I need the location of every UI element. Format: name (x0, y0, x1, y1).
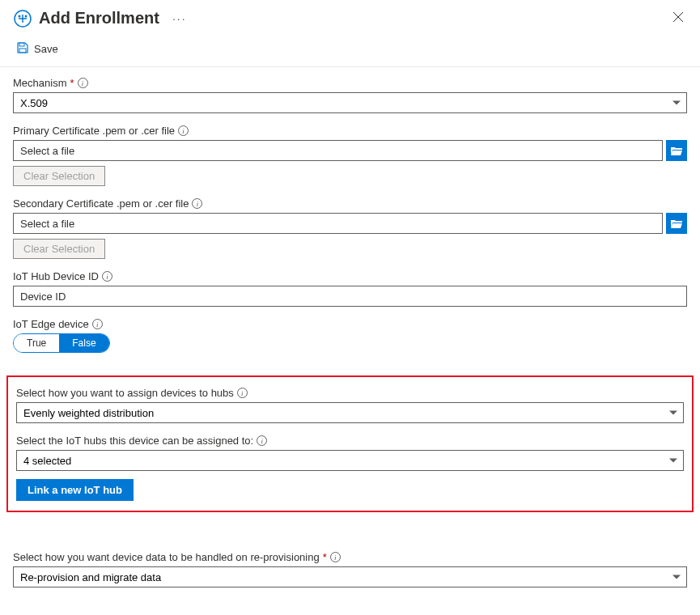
edge-device-field: IoT Edge device True False (13, 318, 687, 353)
secondary-certificate-field: Secondary Certificate .pem or .cer file … (13, 197, 687, 259)
browse-file-button[interactable] (666, 140, 687, 161)
page-title: Add Enrollment (39, 9, 159, 28)
primary-certificate-field: Primary Certificate .pem or .cer file Cl… (13, 125, 687, 186)
required-indicator: * (70, 77, 74, 89)
clear-primary-button[interactable]: Clear Selection (13, 166, 105, 186)
clear-secondary-button[interactable]: Clear Selection (13, 239, 105, 259)
reprovision-label: Select how you want device data to be ha… (13, 551, 320, 563)
mechanism-field: Mechanism * X.509 (13, 77, 687, 113)
info-icon[interactable] (102, 271, 112, 282)
required-indicator: * (323, 551, 327, 563)
secondary-certificate-label: Secondary Certificate .pem or .cer file (13, 197, 189, 210)
form-content: Mechanism * X.509 Primary Certificate .p… (0, 67, 700, 615)
assign-policy-field: Select how you want to assign devices to… (16, 387, 684, 423)
toolbar: Save (0, 35, 700, 67)
device-id-field: IoT Hub Device ID (13, 270, 687, 307)
hub-select[interactable]: 4 selected (16, 450, 684, 471)
hub-select-label: Select the IoT hubs this device can be a… (16, 435, 253, 447)
hub-select-field: Select the IoT hubs this device can be a… (16, 435, 684, 471)
secondary-certificate-input[interactable] (13, 213, 663, 234)
assign-policy-select[interactable]: Evenly weighted distribution (16, 402, 684, 423)
add-enrollment-icon (13, 9, 32, 28)
edge-device-false[interactable]: False (59, 334, 108, 352)
edge-device-toggle: True False (13, 333, 110, 353)
svg-rect-4 (19, 49, 26, 53)
close-button[interactable] (669, 8, 687, 28)
edge-device-label: IoT Edge device (13, 318, 89, 330)
info-icon[interactable] (92, 319, 103, 329)
svg-point-1 (19, 15, 21, 17)
primary-certificate-input[interactable] (13, 140, 663, 161)
device-id-label: IoT Hub Device ID (13, 270, 99, 282)
primary-certificate-label: Primary Certificate .pem or .cer file (13, 125, 175, 137)
mechanism-label: Mechanism (13, 77, 66, 89)
info-icon[interactable] (237, 388, 248, 398)
reprovision-field: Select how you want device data to be ha… (13, 551, 687, 587)
info-icon[interactable] (192, 198, 202, 209)
assign-policy-label: Select how you want to assign devices to… (16, 387, 234, 399)
hub-assignment-section: Select how you want to assign devices to… (6, 375, 694, 512)
info-icon[interactable] (178, 125, 189, 136)
link-hub-button[interactable]: Link a new IoT hub (16, 479, 134, 501)
edge-device-true[interactable]: True (14, 334, 59, 352)
save-label: Save (34, 43, 58, 55)
folder-open-icon (670, 144, 683, 157)
svg-point-2 (25, 15, 28, 17)
reprovision-select[interactable]: Re-provision and migrate data (13, 566, 687, 587)
more-actions-button[interactable]: ··· (172, 12, 187, 25)
info-icon[interactable] (257, 435, 267, 446)
device-id-input[interactable] (13, 286, 687, 307)
mechanism-select[interactable]: X.509 (13, 92, 687, 113)
save-button[interactable]: Save (13, 38, 62, 60)
info-icon[interactable] (330, 552, 341, 562)
save-icon (16, 41, 29, 57)
browse-file-button[interactable] (666, 213, 687, 234)
info-icon[interactable] (78, 78, 88, 88)
folder-open-icon (670, 217, 683, 230)
page-header: Add Enrollment ··· (0, 0, 700, 35)
